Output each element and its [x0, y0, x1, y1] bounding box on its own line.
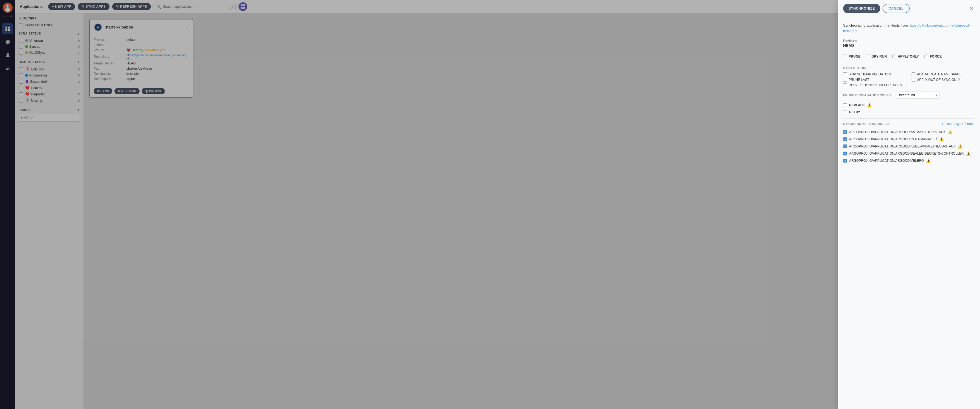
resource-2-name: ARGOPROJ.IO/APPLICATION/ARGOCD/CERT-MANA… [849, 137, 937, 141]
sync-options-title: SYNC OPTIONS [843, 66, 975, 70]
apply-only-checkbox[interactable] [892, 54, 896, 58]
resource-item-5: ARGOPROJ.IO/APPLICATION/ARGOCD/VELERO ⚠️ [843, 157, 975, 164]
prune-last-option[interactable]: PRUNE LAST [843, 78, 906, 82]
resource-item-1: ARGOPROJ.IO/APPLICATION/ARGOCD/AMBASSADO… [843, 129, 975, 136]
resource-1-checkbox[interactable] [843, 130, 847, 134]
resource-3-checkbox[interactable] [843, 144, 847, 148]
resources-out-of-sync-link[interactable]: out of sync [947, 122, 963, 126]
resource-5-name: ARGOPROJ.IO/APPLICATION/ARGOCD/VELERO [849, 159, 924, 163]
resource-item-3: ARGOPROJ.IO/APPLICATION/ARGOCD/KUBE-PROM… [843, 143, 975, 150]
divider-2 [843, 118, 975, 119]
prune-last-label: PRUNE LAST [849, 78, 869, 82]
cancel-button[interactable]: CANCEL [883, 4, 910, 13]
resources-divider-2: / [965, 122, 966, 126]
resource-5-checkbox[interactable] [843, 159, 847, 163]
prune-option[interactable]: PRUNE [843, 54, 861, 58]
prune-prop-select[interactable]: foreground background orphan [896, 91, 940, 99]
auto-create-ns-label: AUTO-CREATE NAMESPACE [917, 72, 962, 76]
revision-label: Revision [843, 39, 975, 42]
apply-only-option[interactable]: APPLY ONLY [892, 54, 919, 58]
resources-title: SYNCHRONIZE RESOURCES: [843, 122, 889, 126]
auto-create-ns-option[interactable]: AUTO-CREATE NAMESPACE [912, 72, 975, 76]
skip-schema-option[interactable]: SKIP SCHEMA VALIDATION [843, 72, 906, 76]
apply-only-label: APPLY ONLY [898, 54, 919, 58]
resources-header: SYNCHRONIZE RESOURCES: all / out of sync… [843, 122, 975, 126]
resource-3-warning-icon: ⚠️ [958, 144, 963, 149]
dry-run-label: DRY RUN [872, 54, 887, 58]
dry-run-option[interactable]: DRY RUN [866, 54, 887, 58]
prune-last-checkbox[interactable] [843, 78, 847, 82]
resource-2-checkbox[interactable] [843, 137, 847, 141]
skip-schema-label: SKIP SCHEMA VALIDATION [849, 72, 891, 76]
resource-3-name: ARGOPROJ.IO/APPLICATION/ARGOCD/KUBE-PROM… [849, 144, 956, 148]
prune-prop-label: PRUNE PROPAGATION POLICY: [843, 93, 892, 97]
resource-item-2: ARGOPROJ.IO/APPLICATION/ARGOCD/CERT-MANA… [843, 136, 975, 143]
options-row: PRUNE DRY RUN APPLY ONLY FORCE [843, 54, 975, 58]
resource-1-name: ARGOPROJ.IO/APPLICATION/ARGOCD/AMBASSADO… [849, 130, 945, 134]
panel-body: Synchronizing application manifests from… [838, 17, 980, 409]
sync-description: Synchronizing application manifests from… [843, 23, 975, 34]
force-label: FORCE [930, 54, 942, 58]
force-checkbox[interactable] [924, 54, 928, 58]
apply-out-of-sync-option[interactable]: APPLY OUT OF SYNC ONLY [912, 78, 975, 82]
apply-out-of-sync-checkbox[interactable] [912, 78, 915, 82]
resources-divider-1: / [945, 122, 945, 126]
sync-options-grid: SKIP SCHEMA VALIDATION AUTO-CREATE NAMES… [843, 72, 975, 87]
respect-ignore-option[interactable]: RESPECT IGNORE DIFFERENCES [843, 83, 906, 87]
resource-item-4: ARGOPROJ.IO/APPLICATION/ARGOCD/SEALED-SE… [843, 150, 975, 157]
right-panel: SYNCHRONIZE CANCEL ✕ Synchronizing appli… [838, 0, 980, 409]
panel-actions: SYNCHRONIZE CANCEL [843, 4, 910, 13]
resource-5-warning-icon: ⚠️ [926, 158, 931, 163]
resources-none-link[interactable]: none [967, 122, 975, 126]
dry-run-checkbox[interactable] [866, 54, 870, 58]
revision-value: HEAD [843, 43, 975, 50]
replace-warning-icon: ⚠️ [867, 103, 872, 107]
retry-row: RETRY [843, 110, 975, 114]
respect-ignore-label: RESPECT IGNORE DIFFERENCES [849, 83, 902, 87]
auto-create-ns-checkbox[interactable] [912, 72, 915, 76]
skip-schema-checkbox[interactable] [843, 72, 847, 76]
prune-label: PRUNE [849, 54, 861, 58]
retry-label: RETRY [849, 110, 860, 114]
divider-1 [843, 63, 975, 63]
right-panel-overlay: SYNCHRONIZE CANCEL ✕ Synchronizing appli… [0, 0, 980, 409]
resource-1-warning-icon: ⚠️ [948, 130, 952, 134]
force-option[interactable]: FORCE [924, 54, 942, 58]
resource-4-checkbox[interactable] [843, 152, 847, 155]
replace-label: REPLACE [849, 103, 865, 107]
resources-all-link[interactable]: all [940, 122, 943, 126]
replace-row: REPLACE ⚠️ [843, 103, 975, 107]
prune-prop-row: PRUNE PROPAGATION POLICY: foreground bac… [843, 91, 975, 99]
apply-out-of-sync-label: APPLY OUT OF SYNC ONLY [917, 78, 960, 82]
close-panel-button[interactable]: ✕ [968, 5, 975, 13]
resource-4-warning-icon: ⚠️ [966, 151, 971, 156]
resource-4-name: ARGOPROJ.IO/APPLICATION/ARGOCD/SEALED-SE… [849, 152, 964, 155]
panel-topbar: SYNCHRONIZE CANCEL ✕ [838, 0, 980, 17]
prune-checkbox[interactable] [843, 54, 847, 58]
resource-2-warning-icon: ⚠️ [939, 137, 944, 141]
replace-checkbox[interactable] [843, 103, 847, 107]
retry-checkbox[interactable] [843, 110, 847, 114]
synchronize-button[interactable]: SYNCHRONIZE [843, 4, 880, 13]
sync-desc-prefix: Synchronizing application manifests from [843, 23, 908, 27]
respect-ignore-checkbox[interactable] [843, 83, 847, 87]
resources-links: all / out of sync / none [940, 122, 975, 126]
prune-prop-wrapper: foreground background orphan [896, 91, 940, 99]
